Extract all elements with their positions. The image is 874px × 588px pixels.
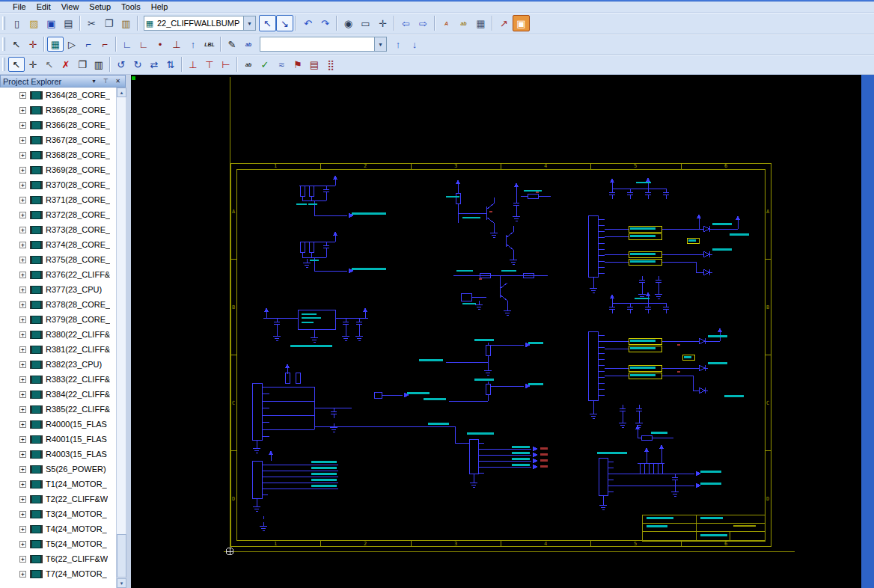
tree-item[interactable]: +R4001(15_FLAS: [0, 432, 116, 447]
expand-icon[interactable]: +: [19, 526, 26, 533]
panel-menu-icon[interactable]: ▾: [89, 76, 99, 86]
tree-item[interactable]: +R370(28_CORE_: [0, 177, 116, 192]
net-name-button[interactable]: ab: [240, 57, 257, 72]
expand-icon[interactable]: +: [19, 257, 26, 263]
scroll-down-button[interactable]: ▼: [117, 578, 126, 588]
redo-button[interactable]: ↷: [317, 15, 334, 31]
expand-icon[interactable]: +: [19, 376, 26, 383]
expand-icon[interactable]: +: [19, 421, 26, 428]
add-bus-button[interactable]: ⌐: [97, 37, 113, 52]
export-button[interactable]: ↗: [495, 15, 513, 31]
menu-item-view[interactable]: View: [56, 1, 85, 12]
dropdown-arrow-icon[interactable]: ▼: [243, 16, 255, 30]
menu-item-help[interactable]: Help: [146, 1, 174, 12]
navigate-up-button[interactable]: ↑: [390, 37, 406, 52]
expand-icon[interactable]: +: [19, 496, 26, 503]
connect-button[interactable]: ⊥: [185, 57, 201, 72]
zoom-fit-button[interactable]: ▭: [357, 15, 374, 31]
close-icon[interactable]: ✕: [113, 76, 123, 86]
rotate-right-button[interactable]: ↻: [129, 57, 146, 72]
bus-corner-button[interactable]: ∟: [135, 37, 152, 52]
tree-item[interactable]: +R382(23_CPU): [0, 357, 116, 372]
tree-item[interactable]: +R379(28_CORE_: [0, 312, 116, 327]
menu-item-setup[interactable]: Setup: [84, 1, 116, 12]
attribute-display-button[interactable]: ab: [455, 15, 472, 31]
delete-button[interactable]: ✗: [58, 57, 74, 72]
rotate-left-button[interactable]: ↺: [113, 57, 129, 72]
expand-icon[interactable]: +: [19, 287, 26, 293]
tree-item[interactable]: +R378(28_CORE_: [0, 297, 116, 312]
toolbar-grip[interactable]: [2, 37, 5, 51]
tree-item[interactable]: +R4003(15_FLAS: [0, 447, 116, 462]
add-label-button[interactable]: LBL: [201, 37, 218, 52]
scrollbar-thumb[interactable]: [117, 534, 126, 578]
tree-item[interactable]: +R374(28_CORE_: [0, 237, 116, 252]
tree-item[interactable]: +T2(22_CLIFF&W: [0, 491, 116, 506]
pick-button[interactable]: ✛: [25, 37, 41, 52]
mirror-vertical-button[interactable]: ⇅: [162, 57, 179, 72]
new-button[interactable]: ▯: [8, 15, 25, 31]
grid-button[interactable]: ▦: [472, 15, 489, 31]
expand-icon[interactable]: +: [19, 301, 26, 308]
tree-item[interactable]: +T7(24_MOTOR_: [0, 566, 116, 581]
paste-button[interactable]: ▥: [117, 15, 135, 31]
drag-button[interactable]: ↖: [41, 57, 58, 72]
tree-item[interactable]: +R366(28_CORE_: [0, 117, 116, 132]
project-tree[interactable]: +R364(28_CORE_+R365(28_CORE_+R366(28_COR…: [0, 88, 116, 588]
expand-icon[interactable]: +: [19, 182, 26, 189]
sheet-selector[interactable]: ▦ 22_CLIFFWALLBUMP ▼: [144, 16, 256, 31]
tree-item[interactable]: +R369(28_CORE_: [0, 162, 116, 177]
tree-item[interactable]: +T4(24_MOTOR_: [0, 521, 116, 536]
debug-button[interactable]: ⣿: [323, 57, 339, 72]
pan-button[interactable]: ✛: [374, 15, 391, 31]
flag-button[interactable]: ⚑: [290, 57, 306, 72]
tree-item[interactable]: +R377(23_CPU): [0, 282, 116, 297]
toolbar-combobox[interactable]: ▼: [260, 37, 387, 52]
properties-button[interactable]: ▥: [91, 57, 107, 72]
next-sheet-button[interactable]: ⇨: [415, 15, 432, 31]
expand-icon[interactable]: +: [19, 167, 26, 174]
tree-item[interactable]: +S5(26_POWER): [0, 462, 116, 477]
expand-icon[interactable]: +: [19, 331, 26, 338]
error-log-button[interactable]: ▤: [306, 57, 323, 72]
navigate-down-button[interactable]: ↓: [406, 37, 423, 52]
tree-item[interactable]: +R368(28_CORE_: [0, 147, 116, 162]
menu-item-file[interactable]: File: [7, 1, 31, 12]
print-button[interactable]: ▤: [60, 15, 77, 31]
tree-item[interactable]: +R367(28_CORE_: [0, 132, 116, 147]
menu-item-tools[interactable]: Tools: [116, 1, 146, 12]
add-junction-button[interactable]: •: [152, 37, 168, 52]
text-button[interactable]: ab: [240, 37, 257, 52]
expand-icon[interactable]: +: [19, 92, 26, 99]
tree-item[interactable]: +T1(24_MOTOR_: [0, 477, 116, 491]
expand-icon[interactable]: +: [19, 316, 26, 323]
expand-icon[interactable]: +: [19, 137, 26, 144]
tree-item[interactable]: +R372(28_CORE_: [0, 207, 116, 222]
annotate-button[interactable]: A: [438, 15, 455, 31]
expand-icon[interactable]: +: [19, 481, 26, 488]
expand-icon[interactable]: +: [19, 556, 26, 563]
expand-icon[interactable]: +: [19, 227, 26, 233]
tree-item[interactable]: +T5(24_MOTOR_: [0, 536, 116, 551]
expand-icon[interactable]: +: [19, 436, 26, 443]
pointer-button[interactable]: ↖: [8, 37, 25, 52]
expand-icon[interactable]: +: [19, 152, 26, 159]
expand-icon[interactable]: +: [19, 541, 26, 548]
copy-button[interactable]: ❐: [100, 15, 117, 31]
expand-icon[interactable]: +: [19, 212, 26, 218]
signals-button[interactable]: ≈: [273, 57, 290, 72]
reports-button[interactable]: ▣: [513, 15, 530, 31]
previous-sheet-button[interactable]: ⇦: [397, 15, 415, 31]
duplicate-button[interactable]: ❐: [74, 57, 91, 72]
check-button[interactable]: ✓: [257, 57, 273, 72]
dropdown-arrow-icon[interactable]: ▼: [374, 37, 386, 51]
tree-item[interactable]: +R375(28_CORE_: [0, 252, 116, 267]
add-power-button[interactable]: ↑: [185, 37, 201, 52]
tree-item[interactable]: +R381(22_CLIFF&: [0, 342, 116, 357]
menu-item-edit[interactable]: Edit: [31, 1, 56, 12]
expand-icon[interactable]: +: [19, 122, 26, 129]
zoom-button[interactable]: ◉: [340, 15, 357, 31]
expand-icon[interactable]: +: [19, 346, 26, 353]
project-explorer-header[interactable]: Project Explorer ▾ ⊤ ✕: [0, 75, 126, 88]
expand-icon[interactable]: +: [19, 466, 26, 473]
